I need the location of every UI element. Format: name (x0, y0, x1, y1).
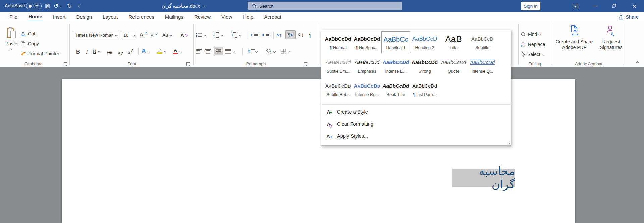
style-subtle-reference[interactable]: AaBbCcDdSubtle Ref... (324, 78, 353, 100)
find-button[interactable]: Find (521, 30, 541, 38)
tab-acrobat[interactable]: Acrobat (259, 12, 287, 22)
chevron-down-icon[interactable] (542, 53, 544, 55)
chevron-down-icon[interactable] (255, 50, 258, 52)
create-a-style-menu-item[interactable]: A+ Create a Style (321, 106, 510, 118)
format-painter-button[interactable]: Format Painter (21, 50, 59, 58)
style-subtitle[interactable]: AaBbCcDSubtitle (468, 31, 497, 53)
autosave-toggle[interactable]: Off (26, 3, 42, 9)
select-button[interactable]: Select (521, 50, 544, 58)
close-button[interactable]: × (629, 0, 639, 12)
text-highlight-button[interactable] (157, 47, 166, 55)
style-emphasis[interactable]: AaBbCcDdEmphasis (353, 55, 381, 77)
tab-references[interactable]: References (123, 12, 160, 22)
style-no-spacing[interactable]: AaBbCcDd¶ No Spac... (353, 31, 381, 53)
borders-button[interactable] (281, 47, 290, 55)
bold-button[interactable]: B (74, 47, 82, 55)
save-button[interactable] (45, 0, 50, 12)
style-list-paragraph[interactable]: AaBbCcDd¶ List Para... (410, 78, 439, 100)
resize-grip-icon[interactable] (508, 143, 508, 144)
chevron-down-icon[interactable] (98, 50, 100, 52)
ribbon-display-options-button[interactable] (570, 0, 580, 12)
font-size-select[interactable]: 16 (121, 31, 137, 39)
paste-dropdown-icon[interactable] (10, 48, 12, 50)
text-effects-button[interactable]: A (142, 47, 149, 55)
shading-button[interactable] (265, 47, 275, 55)
undo-dropdown-icon[interactable] (59, 5, 62, 7)
search-box[interactable] (248, 2, 402, 10)
style-normal[interactable]: AaBbCcDd¶ Normal (324, 31, 353, 53)
left-to-right-direction-button[interactable]: >¶ (277, 31, 282, 39)
tab-file[interactable]: File (4, 12, 23, 22)
tab-layout[interactable]: Layout (97, 12, 123, 22)
tab-insert[interactable]: Insert (48, 12, 71, 22)
multilevel-list-button[interactable]: 1ai (231, 31, 241, 39)
style-intense-quote[interactable]: AaBbCcDdIntense Q... (468, 55, 497, 77)
chevron-down-icon[interactable] (273, 50, 276, 52)
style-book-title[interactable]: AaBbCcDdBook Title (381, 78, 410, 100)
replace-button[interactable]: b c Replace (521, 40, 545, 48)
chevron-down-icon[interactable] (539, 33, 541, 35)
tab-help[interactable]: Help (237, 12, 259, 22)
increase-indent-button[interactable] (262, 31, 269, 39)
tab-review[interactable]: Review (189, 12, 216, 22)
collapse-ribbon-button[interactable] (636, 61, 639, 64)
chevron-down-icon[interactable] (147, 50, 150, 52)
subscript-button[interactable]: x2 (118, 47, 123, 55)
clipboard-dialog-launcher[interactable] (64, 62, 67, 66)
font-dialog-launcher[interactable] (186, 62, 190, 66)
grow-font-button[interactable]: A (140, 31, 147, 39)
show-hide-pilcrow-button[interactable]: ¶ (309, 31, 311, 39)
numbering-button[interactable]: 123 (213, 31, 223, 39)
style-intense-reference[interactable]: AaBbCcDdIntense Re... (353, 78, 381, 100)
style-title[interactable]: AaBTitle (439, 31, 468, 53)
apply-styles-menu-item[interactable]: A→ Apply Styles... (321, 130, 510, 142)
style-quote[interactable]: AaBbCcDdQuote (439, 55, 468, 77)
tab-mailings[interactable]: Mailings (160, 12, 189, 22)
document-title[interactable]: محاسبه گران.docx (162, 0, 204, 12)
share-button[interactable]: Share (619, 12, 639, 22)
shrink-font-button[interactable]: A (151, 32, 157, 40)
chevron-down-icon[interactable] (164, 50, 166, 52)
cut-button[interactable]: Cut (21, 30, 35, 38)
clear-formatting-button[interactable]: A (180, 31, 187, 39)
align-center-button[interactable] (205, 47, 211, 55)
chevron-down-icon[interactable] (239, 34, 241, 36)
minimize-button[interactable] (590, 0, 600, 12)
decrease-indent-button[interactable] (251, 31, 258, 39)
chevron-down-icon[interactable] (204, 34, 206, 36)
copy-button[interactable]: Copy (21, 40, 39, 48)
customize-quick-access-button[interactable] (78, 0, 81, 12)
font-name-select[interactable]: Times New Romar (73, 31, 119, 39)
style-intense-emphasis[interactable]: AaBbCcDdIntense E... (381, 55, 410, 77)
paragraph-dialog-launcher[interactable] (304, 62, 307, 66)
search-input[interactable] (259, 4, 387, 9)
justify-button[interactable] (225, 47, 235, 55)
chevron-down-icon[interactable] (179, 50, 182, 52)
tab-view[interactable]: View (216, 12, 237, 22)
bullets-button[interactable] (196, 31, 206, 39)
underline-button[interactable]: U (93, 47, 100, 55)
style-strong[interactable]: AaBbCcDdStrong (410, 55, 439, 77)
align-left-button[interactable] (196, 47, 202, 55)
sort-button[interactable]: AZ ↓ (298, 31, 304, 39)
line-spacing-button[interactable]: ↕ (247, 47, 257, 55)
strikethrough-button[interactable]: ab (107, 47, 112, 55)
undo-button[interactable]: ↺ (54, 0, 61, 12)
chevron-down-icon[interactable] (233, 50, 235, 52)
align-right-button[interactable] (214, 47, 223, 55)
chevron-down-icon[interactable] (288, 50, 290, 52)
superscript-button[interactable]: x2 (128, 47, 133, 55)
style-heading-1[interactable]: AaBbCcHeading 1 (381, 31, 410, 53)
style-subtle-emphasis[interactable]: AaBbCcDdSubtle Em... (324, 55, 353, 77)
chevron-down-icon[interactable] (221, 34, 223, 36)
redo-button[interactable]: ↻ (67, 0, 72, 12)
create-share-pdf-button[interactable]: Create and ShareAdobe PDF (554, 25, 594, 50)
font-color-button[interactable]: A (173, 47, 181, 55)
italic-button[interactable]: I (84, 47, 90, 55)
restore-button[interactable] (609, 0, 619, 12)
sign-in-button[interactable]: Sign in (521, 2, 540, 10)
change-case-button[interactable]: Aa (162, 31, 172, 39)
request-signatures-button[interactable]: RequestSignatures (596, 25, 627, 50)
style-heading-2[interactable]: AaBbCcDHeading 2 (410, 31, 439, 53)
paste-button[interactable]: Paste (3, 24, 20, 62)
